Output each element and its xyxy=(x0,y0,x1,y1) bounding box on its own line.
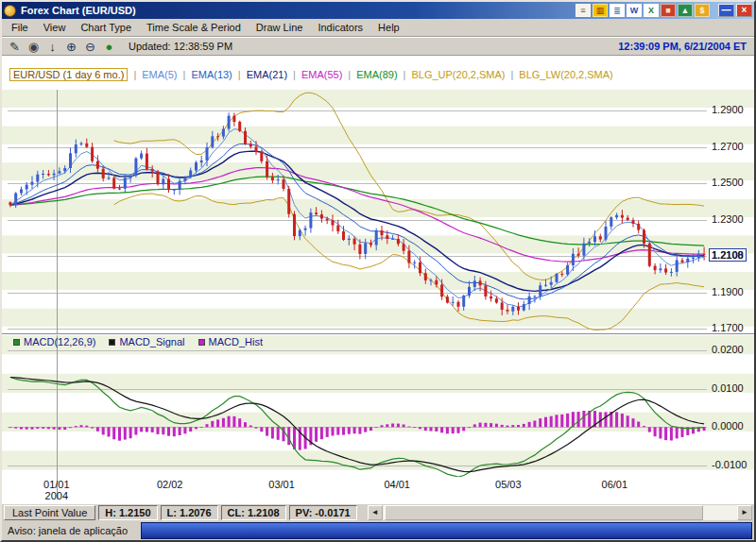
menu-item-draw-line[interactable]: Draw Line xyxy=(249,20,311,35)
price-axis-label: 1.2100 xyxy=(712,249,753,261)
status-field-value: 1.2076 xyxy=(180,507,212,518)
macd-legend-label: MACD_Hist xyxy=(209,336,263,347)
legend-ema-21-: EMA(21) xyxy=(247,69,287,80)
legend-ema-55-: EMA(55) xyxy=(301,69,342,80)
legend-separator: | xyxy=(238,69,241,80)
macd-axis-label: 0.0100 xyxy=(712,382,753,394)
close-button[interactable]: × xyxy=(736,4,752,17)
tool-bar: ✎◉↓⊕⊖● Updated: 12:38:59 PM 12:39:09 PM,… xyxy=(2,37,754,56)
zoom-out-tool-icon[interactable]: ⊖ xyxy=(81,39,99,55)
legend-ema-89-: EMA(89) xyxy=(356,69,397,80)
down-arrow-tool-icon[interactable]: ↓ xyxy=(43,39,61,55)
legend-separator: | xyxy=(133,69,136,80)
x-axis-label: 02/02 xyxy=(157,479,183,490)
legend-ema-5-: EMA(5) xyxy=(142,69,177,80)
status-bar: Last Point Value H:1.2150L:1.2076CL:1.21… xyxy=(2,503,754,520)
menu-item-time-scale-period[interactable]: Time Scale & Period xyxy=(139,20,249,35)
titlebar-buttons: —× xyxy=(718,4,752,17)
macd-legend-item: MACD(12,26,9) xyxy=(13,336,95,347)
scrollbar-thumb[interactable] xyxy=(385,505,704,520)
menu-bar: FileViewChart TypeTime Scale & PeriodDra… xyxy=(2,19,754,37)
scrollbar-track[interactable] xyxy=(383,505,737,520)
legend-separator: | xyxy=(183,69,186,80)
shortcut-excel-icon[interactable]: X xyxy=(644,4,659,17)
series-color-swatch xyxy=(198,339,205,346)
legend-separator: | xyxy=(510,69,513,80)
status-field-cl: CL:1.2108 xyxy=(221,505,286,520)
scroll-left-button[interactable]: ◄ xyxy=(368,505,383,520)
chart-legend: EUR/USD (1 day 6 mo.)|EMA(5)|EMA(13)|EMA… xyxy=(9,68,613,81)
toolbar-tools: ✎◉↓⊕⊖● xyxy=(6,39,118,55)
draw-pencil-tool-icon[interactable]: ✎ xyxy=(6,39,24,55)
shortcut-chart-icon[interactable]: ▥ xyxy=(593,4,608,17)
x-axis-label: 04/01 xyxy=(384,479,410,490)
status-field-label: PV: xyxy=(296,507,313,518)
chart-panel[interactable]: EUR/USD (1 day 6 mo.)|EMA(5)|EMA(13)|EMA… xyxy=(2,56,754,503)
menu-item-indicators[interactable]: Indicators xyxy=(310,20,370,35)
series-color-swatch xyxy=(13,339,20,346)
shortcut-word-icon[interactable]: W xyxy=(627,4,642,17)
menu-item-file[interactable]: File xyxy=(4,20,36,35)
macd-legend-item: MACD_Signal xyxy=(109,336,184,347)
status-field-value: -0.0171 xyxy=(315,507,350,518)
shortcut-red-app-icon[interactable]: ■ xyxy=(661,4,676,17)
forex-chart-window: Forex Chart (EUR/USD) ≡▥≣WX■▲$ —× FileVi… xyxy=(0,0,756,542)
horizontal-scrollbar[interactable]: ◄ ► xyxy=(368,505,752,520)
menu-item-help[interactable]: Help xyxy=(370,20,407,35)
macd-axis-label: 0.0000 xyxy=(712,420,753,432)
price-axis-label: 1.1700 xyxy=(712,322,753,333)
menu-item-chart-type[interactable]: Chart Type xyxy=(73,20,139,35)
macd-axis-label: -0.0100 xyxy=(712,459,753,470)
shortcut-green-app-icon[interactable]: ▲ xyxy=(678,4,693,17)
legend-separator: | xyxy=(293,69,296,80)
shortcut-gold-app-icon[interactable]: $ xyxy=(695,4,710,17)
clock-label: 12:39:09 PM, 6/21/2004 ET xyxy=(618,41,750,52)
macd-legend: MACD(12,26,9)MACD_SignalMACD_Hist xyxy=(13,336,263,347)
series-color-swatch xyxy=(109,339,115,346)
price-axis-label: 1.2700 xyxy=(712,141,753,152)
background-window-titlebar[interactable] xyxy=(141,522,752,539)
x-axis-year-label: 2004 xyxy=(45,490,68,501)
shortcut-notes-icon[interactable]: ≡ xyxy=(576,4,591,17)
updated-label: Updated: 12:38:59 PM xyxy=(129,41,232,52)
shortcut-doc-icon[interactable]: ≣ xyxy=(610,4,625,17)
last-point-value-label: Last Point Value xyxy=(12,507,87,518)
menu-item-view[interactable]: View xyxy=(36,20,74,35)
status-field-label: L: xyxy=(167,507,177,518)
legend-ema-13-: EMA(13) xyxy=(191,69,232,80)
legend-blg-up-20-2-sma-: BLG_UP(20,2,SMA) xyxy=(411,69,505,80)
macd-legend-label: MACD_Signal xyxy=(119,336,184,347)
pointer-tool-icon[interactable]: ◉ xyxy=(25,39,43,55)
minimize-button[interactable]: — xyxy=(718,4,734,17)
chart-svg xyxy=(2,56,754,503)
status-field-label: CL: xyxy=(228,507,245,518)
x-axis-label: 01/01 xyxy=(43,479,70,490)
legend-symbol: EUR/USD (1 day 6 mo.) xyxy=(9,68,128,81)
status-fields: H:1.2150L:1.2076CL:1.2108PV:-0.0171 xyxy=(98,505,356,520)
scroll-right-button[interactable]: ► xyxy=(737,505,752,520)
status-field-value: 1.2150 xyxy=(119,507,151,518)
aviso-text: Aviso: janela de aplicação xyxy=(2,525,133,536)
title-bar[interactable]: Forex Chart (EUR/USD) ≡▥≣WX■▲$ —× xyxy=(2,2,754,19)
price-axis-label: 1.2500 xyxy=(712,177,753,188)
status-field-label: H: xyxy=(105,507,116,518)
macd-legend-label: MACD(12,26,9) xyxy=(24,336,95,347)
zoom-in-tool-icon[interactable]: ⊕ xyxy=(62,39,80,55)
macd-axis-label: 0.0200 xyxy=(712,344,753,355)
last-point-value-button[interactable]: Last Point Value xyxy=(4,505,95,520)
footer-bar: Aviso: janela de aplicação xyxy=(2,520,754,540)
app-icon xyxy=(4,5,16,17)
x-axis-label: 06/01 xyxy=(602,479,628,490)
price-axis-label: 1.1900 xyxy=(712,286,753,297)
price-axis-label: 1.2300 xyxy=(712,213,753,225)
status-field-pv: PV:-0.0171 xyxy=(289,505,357,520)
legend-separator: | xyxy=(404,69,406,80)
status-field-l: L:1.2076 xyxy=(161,505,218,520)
status-field-value: 1.2108 xyxy=(248,507,280,518)
x-axis-label: 03/01 xyxy=(268,479,295,490)
status-field-h: H:1.2150 xyxy=(98,505,157,520)
macd-legend-item: MACD_Hist xyxy=(198,336,263,347)
marker-dot-icon[interactable]: ● xyxy=(100,39,118,55)
x-axis-label: 05/03 xyxy=(495,479,522,490)
window-title: Forex Chart (EUR/USD) xyxy=(21,5,136,16)
